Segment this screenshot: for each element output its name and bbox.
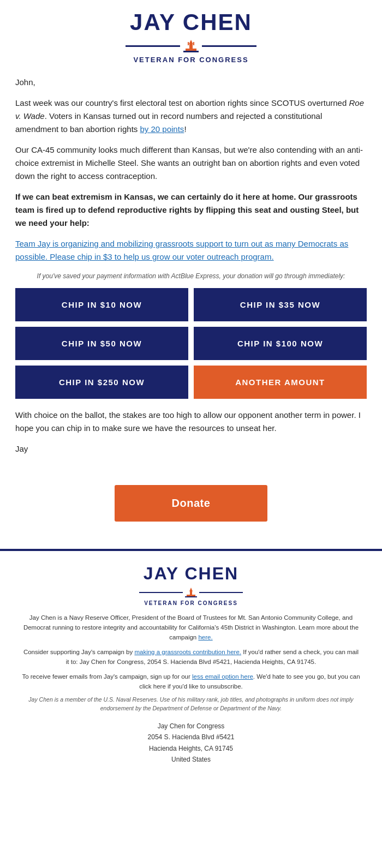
- candidate-name: JAY CHEN: [0, 10, 382, 35]
- footer-support: Consider supporting Jay's campaign by ma…: [22, 647, 360, 667]
- paragraph-2: Our CA-45 community looks much different…: [15, 143, 367, 183]
- email-header: JAY CHEN VETERAN FOR CONGRESS: [0, 0, 382, 70]
- closing-signature: Jay: [15, 442, 367, 456]
- chip-50-button[interactable]: CHIP IN $50 NOW: [15, 327, 188, 360]
- big-donate-section: Donate: [0, 469, 382, 549]
- p1-end: !: [184, 124, 186, 134]
- svg-rect-2: [186, 49, 196, 51]
- big-donate-button[interactable]: Donate: [115, 485, 267, 522]
- address-line-2: 2054 S. Hacienda Blvd #5421: [22, 732, 360, 743]
- footer-address: Jay Chen for Congress 2054 S. Hacienda B…: [22, 721, 360, 765]
- svg-rect-9: [185, 596, 197, 597]
- footer-decoration: [22, 586, 360, 598]
- footer-support-link[interactable]: making a grassroots contribution here.: [134, 649, 241, 655]
- address-line-4: United States: [22, 754, 360, 765]
- footer-bio: Jay Chen is a Navy Reserve Officer, Pres…: [22, 613, 360, 643]
- actblue-note: If you've saved your payment information…: [15, 271, 367, 282]
- header-line-left: [126, 45, 180, 47]
- footer-emails: To receive fewer emails from Jay's campa…: [22, 672, 360, 692]
- header-line-right: [202, 45, 256, 47]
- donate-buttons-grid: CHIP IN $10 NOW CHIP IN $35 NOW CHIP IN …: [15, 288, 367, 399]
- footer-bio-link[interactable]: here.: [198, 634, 212, 640]
- capitol-icon: [180, 38, 202, 53]
- chip-100-button[interactable]: CHIP IN $100 NOW: [194, 327, 367, 360]
- footer-subtitle: VETERAN FOR CONGRESS: [22, 600, 360, 606]
- paragraph-1: Last week was our country's first electo…: [15, 97, 367, 136]
- svg-rect-8: [187, 595, 195, 596]
- chip-10-button[interactable]: CHIP IN $10 NOW: [15, 288, 188, 321]
- another-amount-button[interactable]: ANOTHER AMOUNT: [194, 366, 367, 399]
- p1-text: Last week was our country's first electo…: [15, 98, 349, 107]
- closing-paragraph: With choice on the ballot, the stakes ar…: [15, 409, 367, 435]
- svg-rect-5: [193, 42, 194, 45]
- chip-35-button[interactable]: CHIP IN $35 NOW: [194, 288, 367, 321]
- email-body: John, Last week was our country's first …: [0, 70, 382, 282]
- footer-candidate-name: JAY CHEN: [22, 564, 360, 583]
- footer-support-text: Consider supporting Jay's campaign by: [23, 649, 135, 655]
- footer-email-text: To receive fewer emails from Jay's campa…: [22, 673, 192, 680]
- paragraph-3: If we can beat extremism in Kansas, we c…: [15, 190, 367, 230]
- svg-marker-0: [189, 40, 193, 44]
- svg-marker-6: [189, 588, 193, 591]
- cta-link[interactable]: Team Jay is organizing and mobilizing gr…: [15, 237, 367, 264]
- footer-email-link[interactable]: less email option here: [192, 673, 253, 680]
- address-line-3: Hacienda Heights, CA 91745: [22, 743, 360, 754]
- footer-line-right: [199, 592, 243, 593]
- p1-link[interactable]: by 20 points: [140, 124, 184, 134]
- cta-paragraph: Team Jay is organizing and mobilizing gr…: [15, 237, 367, 264]
- candidate-subtitle: VETERAN FOR CONGRESS: [0, 56, 382, 64]
- chip-250-button[interactable]: CHIP IN $250 NOW: [15, 366, 188, 399]
- greeting-text: John,: [15, 76, 367, 89]
- svg-rect-3: [183, 51, 199, 52]
- header-decoration: [0, 38, 382, 53]
- footer-disclaimer: Jay Chen is a member of the U.S. Naval R…: [22, 696, 360, 713]
- address-line-1: Jay Chen for Congress: [22, 721, 360, 732]
- svg-rect-4: [188, 42, 189, 45]
- email-closing: With choice on the ballot, the stakes ar…: [0, 409, 382, 469]
- footer-capitol-icon: [183, 586, 199, 598]
- footer-line-left: [139, 592, 183, 593]
- footer-bio-text: Jay Chen is a Navy Reserve Officer, Pres…: [23, 614, 359, 641]
- email-footer: JAY CHEN VETERAN FOR CONGRESS Jay Chen i…: [0, 549, 382, 776]
